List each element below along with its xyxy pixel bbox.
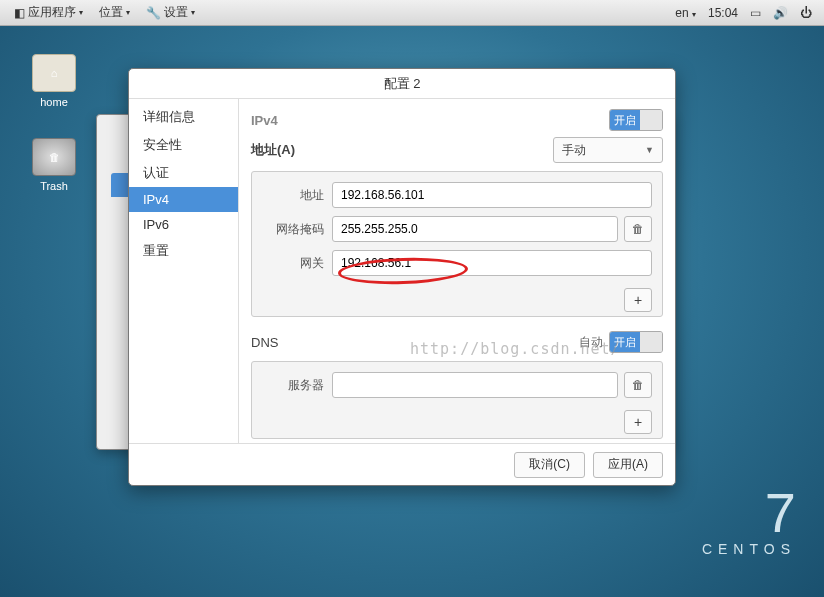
icon-label: home bbox=[24, 96, 84, 108]
trash-icon: 🗑 bbox=[632, 222, 644, 236]
toggle-on-label: 开启 bbox=[610, 332, 640, 352]
cancel-button[interactable]: 取消(C) bbox=[514, 452, 585, 478]
address-panel: 地址 网络掩码 🗑 网关 + bbox=[251, 171, 663, 317]
menu-places[interactable]: 位置 ▾ bbox=[91, 4, 138, 21]
desktop-icon-home[interactable]: ⌂ home bbox=[24, 54, 84, 108]
sidebar-item-reset[interactable]: 重置 bbox=[129, 237, 238, 265]
dropdown-value: 手动 bbox=[562, 142, 586, 159]
address-field-label: 地址 bbox=[262, 187, 324, 204]
menu-label: 应用程序 bbox=[28, 4, 76, 21]
volume-icon[interactable]: 🔊 bbox=[767, 6, 794, 20]
chevron-down-icon: ▾ bbox=[79, 8, 83, 17]
dns-server-label: 服务器 bbox=[262, 377, 324, 394]
menu-applications[interactable]: ◧ 应用程序 ▾ bbox=[6, 4, 91, 21]
delete-address-button[interactable]: 🗑 bbox=[624, 216, 652, 242]
gateway-input[interactable] bbox=[332, 250, 652, 276]
trash-icon: 🗑 bbox=[32, 138, 76, 176]
network-config-dialog: 配置 2 详细信息 安全性 认证 IPv4 IPv6 重置 IPv4 开启 bbox=[128, 68, 676, 486]
sidebar-item-ipv6[interactable]: IPv6 bbox=[129, 212, 238, 237]
home-icon: ⌂ bbox=[32, 54, 76, 92]
dialog-buttons: 取消(C) 应用(A) bbox=[129, 443, 675, 485]
sidebar-item-security[interactable]: 安全性 bbox=[129, 131, 238, 159]
chevron-down-icon: ▼ bbox=[645, 145, 654, 155]
toggle-on-label: 开启 bbox=[610, 110, 640, 130]
trash-icon: 🗑 bbox=[632, 378, 644, 392]
power-icon[interactable]: ⏻ bbox=[794, 6, 818, 20]
desktop: ⌂ home 🗑 Trash 7 CENTOS × 配置 2 详细信息 安全性 … bbox=[0, 26, 824, 597]
ipv4-section-label: IPv4 bbox=[251, 113, 278, 128]
dns-panel: 服务器 🗑 + bbox=[251, 361, 663, 439]
display-icon[interactable]: ▭ bbox=[744, 6, 767, 20]
toggle-handle bbox=[640, 110, 662, 130]
dns-auto-label: 自动 bbox=[579, 334, 603, 351]
dns-server-input[interactable] bbox=[332, 372, 618, 398]
icon-label: Trash bbox=[24, 180, 84, 192]
netmask-field-label: 网络掩码 bbox=[262, 221, 324, 238]
dns-toggle[interactable]: 开启 bbox=[609, 331, 663, 353]
dialog-content: IPv4 开启 地址(A) 手动 ▼ 地址 bbox=[239, 99, 675, 443]
menu-settings[interactable]: 🔧 设置 ▾ bbox=[138, 4, 203, 21]
sidebar-item-auth[interactable]: 认证 bbox=[129, 159, 238, 187]
top-panel: ◧ 应用程序 ▾ 位置 ▾ 🔧 设置 ▾ en ▾ 15:04 ▭ 🔊 ⏻ bbox=[0, 0, 824, 26]
method-dropdown[interactable]: 手动 ▼ bbox=[553, 137, 663, 163]
dialog-title: 配置 2 bbox=[129, 69, 675, 99]
chevron-down-icon: ▾ bbox=[126, 8, 130, 17]
apps-icon: ◧ bbox=[14, 6, 25, 20]
toggle-handle bbox=[640, 332, 662, 352]
apply-button[interactable]: 应用(A) bbox=[593, 452, 663, 478]
desktop-icon-trash[interactable]: 🗑 Trash bbox=[24, 138, 84, 192]
netmask-input[interactable] bbox=[332, 216, 618, 242]
lang-indicator[interactable]: en ▾ bbox=[669, 6, 702, 20]
add-address-button[interactable]: + bbox=[624, 288, 652, 312]
add-dns-button[interactable]: + bbox=[624, 410, 652, 434]
chevron-down-icon: ▾ bbox=[191, 8, 195, 17]
centos-brand: 7 CENTOS bbox=[702, 485, 796, 557]
delete-dns-button[interactable]: 🗑 bbox=[624, 372, 652, 398]
addresses-label: 地址(A) bbox=[251, 141, 295, 159]
wrench-icon: 🔧 bbox=[146, 6, 161, 20]
sidebar-item-details[interactable]: 详细信息 bbox=[129, 103, 238, 131]
clock: 15:04 bbox=[702, 6, 744, 20]
menu-label: 位置 bbox=[99, 4, 123, 21]
dns-section-label: DNS bbox=[251, 335, 278, 350]
address-input[interactable] bbox=[332, 182, 652, 208]
menu-label: 设置 bbox=[164, 4, 188, 21]
gateway-field-label: 网关 bbox=[262, 255, 324, 272]
sidebar-item-ipv4[interactable]: IPv4 bbox=[129, 187, 238, 212]
dialog-sidebar: 详细信息 安全性 认证 IPv4 IPv6 重置 bbox=[129, 99, 239, 443]
ipv4-toggle[interactable]: 开启 bbox=[609, 109, 663, 131]
